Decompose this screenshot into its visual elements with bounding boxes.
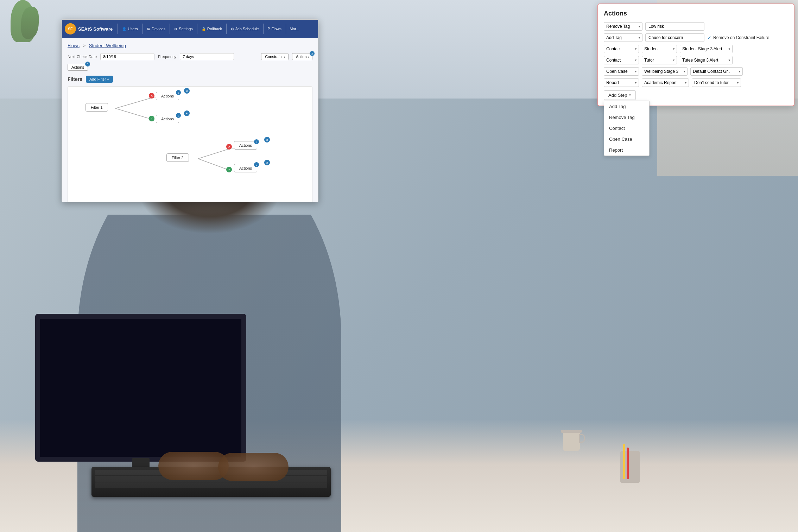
academic-report-select[interactable]: Academic Report Attendance Report Engage… — [642, 78, 689, 87]
action-node-4[interactable]: Actions 3 — [234, 164, 257, 172]
add-filter-button[interactable]: Add Filter + — [86, 76, 113, 83]
action1-badge: 3 — [176, 90, 181, 95]
filters-title: Filters — [68, 76, 82, 82]
svg-text:SE: SE — [68, 27, 73, 31]
filter1-bottom-badge: ✓ — [149, 116, 154, 121]
dropdown-remove-tag[interactable]: Remove Tag — [604, 112, 649, 123]
tutee-stage3-select-wrap[interactable]: Tutee Stage 3 Alert Tutee Stage 2 Alert … — [680, 56, 733, 64]
filter2-node[interactable]: Filter 2 — [166, 153, 189, 162]
tutor-select-wrap[interactable]: Tutor Student Staff — [642, 56, 677, 64]
dropdown-report[interactable]: Report — [604, 145, 649, 156]
academic-report-select-wrap[interactable]: Academic Report Attendance Report Engage… — [642, 78, 689, 87]
actions-top-button[interactable]: Actions — [292, 53, 312, 60]
dropdown-contact[interactable]: Contact — [604, 123, 649, 134]
report-select[interactable]: Report Add Tag Remove Tag Contact Open C… — [604, 78, 639, 87]
navbar-brand: SE SEAtS Software — [65, 23, 113, 34]
brand-name: SEAtS Software — [78, 26, 113, 32]
nav-divider-7 — [286, 24, 286, 34]
nav-jobschedule-label: Job Schedule — [235, 27, 259, 31]
pencil-cup — [620, 451, 640, 483]
breadcrumb-separator: > — [83, 43, 86, 48]
dont-send-tutor-select-wrap[interactable]: Don't send to tutor Send to tutor — [692, 78, 741, 87]
nav-divider-6 — [263, 24, 264, 34]
nav-item-jobschedule[interactable]: ⚙ Job Schedule — [228, 25, 262, 33]
next-check-input[interactable] — [100, 53, 154, 60]
svg-line-2 — [115, 97, 154, 108]
nav-divider-3 — [170, 24, 170, 34]
action-row-3: Contact Add Tag Remove Tag Open Case Rep… — [604, 45, 788, 53]
breadcrumb-current[interactable]: Student Wellbeing — [89, 43, 126, 48]
nav-item-devices[interactable]: 🖥 Devices — [144, 25, 168, 33]
action-node-2[interactable]: Actions 6 — [156, 115, 179, 123]
users-icon: 👤 — [122, 27, 126, 31]
tutor-select[interactable]: Tutor Student Staff — [642, 56, 677, 64]
rollback-icon: 🔒 — [202, 27, 206, 31]
action-row-6: Report Add Tag Remove Tag Contact Open C… — [604, 78, 788, 87]
nav-more[interactable]: Mor... — [287, 25, 302, 33]
breadcrumb-flows[interactable]: Flows — [68, 43, 80, 48]
remove-tag-select[interactable]: Remove Tag Add Tag Contact Open Case Rep… — [604, 22, 642, 31]
constraint-failure-row: ✓ Remove on Constraint Failure — [707, 35, 769, 40]
nav-flows-label: Flows — [271, 27, 281, 31]
constraint-failure-label: Remove on Constraint Failure — [713, 35, 769, 40]
default-contact-select[interactable]: Default Contact Gr.. Custom Contact Grou… — [690, 67, 743, 76]
nav-item-users[interactable]: 👤 Users — [119, 25, 141, 33]
plant-top-left — [0, 0, 63, 70]
contact-select-2[interactable]: Contact Add Tag Remove Tag Open Case Rep… — [604, 56, 639, 64]
nav-item-flows[interactable]: P Flows — [265, 25, 284, 33]
leaf-2 — [21, 7, 39, 39]
navbar: SE SEAtS Software 👤 Users 🖥 Devices ⚙ Se… — [62, 20, 318, 38]
student-select-wrap[interactable]: Student Tutor Staff — [642, 45, 677, 53]
dropdown-open-case[interactable]: Open Case — [604, 134, 649, 145]
constraints-button[interactable]: Constraints — [261, 53, 289, 60]
cup-handle — [579, 434, 585, 443]
contact-select-wrap-2[interactable]: Contact Add Tag Remove Tag Open Case Rep… — [604, 56, 639, 64]
action2-badge: 6 — [176, 113, 181, 118]
student-select[interactable]: Student Tutor Staff — [642, 45, 677, 53]
contact-select-1[interactable]: Contact Add Tag Remove Tag Open Case Rep… — [604, 45, 639, 53]
add-step-button[interactable]: Add Step — [604, 90, 636, 100]
filter1-label: Filter 1 — [91, 105, 103, 109]
dropdown-add-tag[interactable]: Add Tag — [604, 101, 649, 112]
flow-diagram: Filter 1 ✕ ✓ Actions 3 Actions 6 Filter … — [68, 86, 312, 202]
nav-item-rollback[interactable]: 🔒 Rollback — [199, 25, 225, 33]
remove-tag-select-wrap[interactable]: Remove Tag Add Tag Contact Open Case Rep… — [604, 22, 642, 31]
nav-divider-2 — [142, 24, 142, 34]
extra-badge-4: 3 — [264, 160, 270, 165]
actions-bottom-wrap: Actions 6 — [68, 64, 88, 71]
cause-for-concern-input[interactable] — [645, 33, 704, 42]
filter1-node[interactable]: Filter 1 — [86, 103, 108, 112]
open-case-select[interactable]: Open Case Add Tag Remove Tag Contact Rep… — [604, 67, 639, 76]
nav-divider-4 — [197, 24, 197, 34]
dont-send-tutor-select[interactable]: Don't send to tutor Send to tutor — [692, 78, 741, 87]
extra-badge-1: 3 — [184, 88, 190, 94]
nav-rollback-label: Rollback — [207, 27, 222, 31]
report-select-wrap[interactable]: Report Add Tag Remove Tag Contact Open C… — [604, 78, 639, 87]
devices-icon: 🖥 — [147, 27, 150, 31]
add-tag-select[interactable]: Add Tag Remove Tag Contact Open Case Rep… — [604, 33, 642, 42]
frequency-input[interactable] — [180, 53, 234, 60]
default-contact-select-wrap[interactable]: Default Contact Gr.. Custom Contact Grou… — [690, 67, 743, 76]
nav-more-label: Mor... — [290, 27, 299, 31]
nav-item-settings[interactable]: ⚙ Settings — [171, 25, 196, 33]
tutee-stage3-select[interactable]: Tutee Stage 3 Alert Tutee Stage 2 Alert … — [680, 56, 733, 64]
low-risk-input[interactable] — [645, 22, 704, 31]
hand-right — [218, 453, 289, 481]
open-case-select-wrap[interactable]: Open Case Add Tag Remove Tag Contact Rep… — [604, 67, 639, 76]
wellbeing-stage3-select[interactable]: Wellbeing Stage 3 Wellbeing Stage 2 Well… — [642, 67, 688, 76]
dropdown-report-label: Report — [609, 147, 623, 153]
action4-badge: 3 — [254, 162, 259, 167]
add-step-label: Add Step — [608, 93, 627, 98]
flows-icon: P — [268, 27, 270, 31]
seats-window: SE SEAtS Software 👤 Users 🖥 Devices ⚙ Se… — [62, 19, 318, 202]
action-node-3[interactable]: Actions 3 — [234, 141, 257, 150]
svg-line-3 — [115, 108, 154, 120]
wellbeing-stage3-select-wrap[interactable]: Wellbeing Stage 3 Wellbeing Stage 2 Well… — [642, 67, 688, 76]
action-row-4: Contact Add Tag Remove Tag Open Case Rep… — [604, 56, 788, 64]
contact-select-wrap-1[interactable]: Contact Add Tag Remove Tag Open Case Rep… — [604, 45, 639, 53]
add-tag-select-wrap[interactable]: Add Tag Remove Tag Contact Open Case Rep… — [604, 33, 642, 42]
action-node-1[interactable]: Actions 3 — [156, 92, 179, 100]
student-stage3-select[interactable]: Student Stage 3 Alert Student Stage 2 Al… — [680, 45, 733, 53]
student-stage3-select-wrap[interactable]: Student Stage 3 Alert Student Stage 2 Al… — [680, 45, 733, 53]
action-row-2: Add Tag Remove Tag Contact Open Case Rep… — [604, 33, 788, 42]
